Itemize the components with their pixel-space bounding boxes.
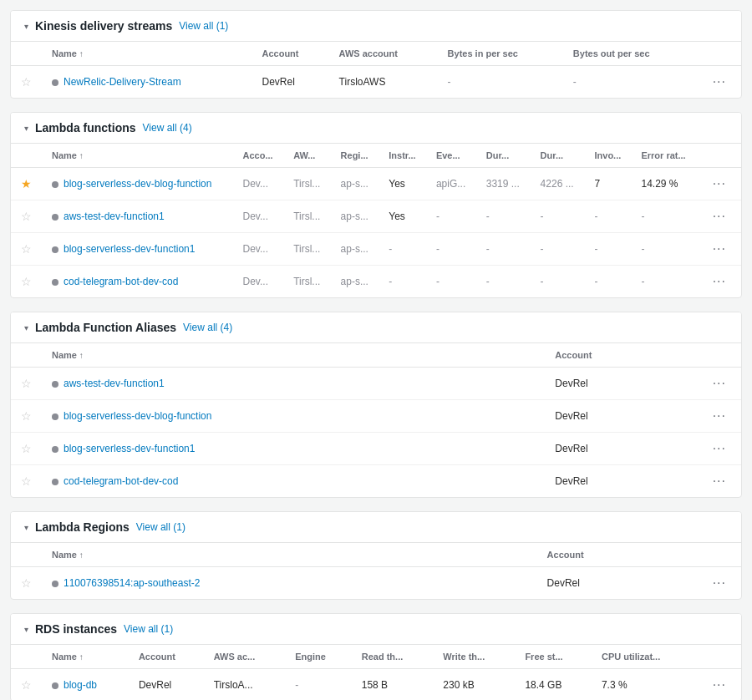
star-button[interactable]: ☆ <box>18 473 35 489</box>
aliases-col-actions <box>698 343 741 368</box>
row-actions-button[interactable]: ··· <box>708 374 731 393</box>
lambda-row-aws: Tirsl... <box>283 266 330 298</box>
kinesis-row-name: NewRelic-Delivery-Stream <box>42 66 252 99</box>
row-actions-button[interactable]: ··· <box>708 272 731 291</box>
rds-row-write: 230 kB <box>433 669 515 701</box>
lambda-row-instr: - <box>379 266 426 298</box>
lambda-row-dur2: - <box>531 233 585 266</box>
lambda-row-name: blog-serverless-dev-blog-function <box>42 168 233 200</box>
lambda-regions-title: Lambda Regions <box>35 520 130 534</box>
lambda-name-link[interactable]: blog-serverless-dev-blog-function <box>64 178 211 190</box>
rds-name-link[interactable]: blog-db <box>64 679 97 691</box>
lambda-name-link[interactable]: aws-test-dev-function1 <box>64 211 165 222</box>
lambda-regions-view-all[interactable]: View all (1) <box>136 521 185 533</box>
kinesis-row-bytes-in: - <box>438 66 563 99</box>
rds-col-write: Write th... <box>433 645 515 669</box>
rds-view-all[interactable]: View all (1) <box>124 623 173 635</box>
star-button[interactable]: ☆ <box>18 208 35 225</box>
lambda-aliases-table: Name Account ☆ aws-test-dev-function1 De… <box>11 343 741 497</box>
row-actions-button[interactable]: ··· <box>708 472 731 490</box>
lambda-row-region: ap-s... <box>331 233 379 266</box>
lambda-row-error: 14.29 % <box>631 168 697 200</box>
lambda-row-invoc: 7 <box>585 168 632 200</box>
lambda-chevron[interactable]: ▾ <box>24 124 28 133</box>
lambda-row-event: - <box>426 266 476 298</box>
kinesis-col-actions <box>698 42 741 66</box>
lambda-aliases-view-all[interactable]: View all (4) <box>183 322 232 333</box>
lambda-regions-chevron[interactable]: ▾ <box>24 523 28 532</box>
star-button[interactable]: ☆ <box>18 74 35 90</box>
lambda-row-invoc: - <box>585 233 632 266</box>
star-button[interactable]: ☆ <box>18 440 35 457</box>
kinesis-name-link[interactable]: NewRelic-Delivery-Stream <box>64 76 181 88</box>
aliases-row-account: DevRel <box>545 400 697 433</box>
row-actions-button[interactable]: ··· <box>708 574 731 592</box>
kinesis-col-name[interactable]: Name <box>42 42 252 66</box>
aliases-row-account: DevRel <box>545 465 697 498</box>
row-actions-button[interactable]: ··· <box>708 407 731 425</box>
lambda-row-name: blog-serverless-dev-function1 <box>42 233 233 266</box>
lambda-row-aws: Tirsl... <box>283 168 330 200</box>
rds-title: RDS instances <box>35 622 117 636</box>
table-row: ☆ cod-telegram-bot-dev-cod DevRel ··· <box>11 465 741 498</box>
rds-row-aws: TirsloA... <box>204 669 286 701</box>
lambda-title: Lambda functions <box>35 121 136 134</box>
alias-name-link[interactable]: cod-telegram-bot-dev-cod <box>64 475 178 487</box>
row-actions-button[interactable]: ··· <box>708 439 731 458</box>
regions-row-account: DevRel <box>537 567 698 600</box>
kinesis-row-aws: TirsloAWS <box>329 66 438 99</box>
lambda-regions-header: ▾ Lambda Regions View all (1) <box>11 512 741 543</box>
rds-row-cpu: 7.3 % <box>592 669 698 701</box>
lambda-aliases-chevron[interactable]: ▾ <box>24 323 28 332</box>
alias-name-link[interactable]: blog-serverless-dev-blog-function <box>64 410 211 422</box>
table-row: ☆ 110076398514:ap-southeast-2 DevRel ··· <box>11 567 741 600</box>
rds-col-name[interactable]: Name <box>42 645 129 669</box>
alias-name-link[interactable]: blog-serverless-dev-function1 <box>64 443 195 454</box>
page: ▾ Kinesis delivery streams View all (1) … <box>0 0 752 700</box>
star-button[interactable]: ☆ <box>18 375 35 392</box>
lambda-name-link[interactable]: cod-telegram-bot-dev-cod <box>64 276 178 287</box>
star-button[interactable]: ☆ <box>18 241 35 257</box>
aliases-row-name: aws-test-dev-function1 <box>42 368 545 400</box>
star-button[interactable]: ☆ <box>18 273 35 290</box>
kinesis-view-all[interactable]: View all (1) <box>179 20 228 32</box>
star-button[interactable]: ☆ <box>18 575 35 591</box>
row-actions-button[interactable]: ··· <box>708 240 731 258</box>
aliases-col-name[interactable]: Name <box>42 343 545 368</box>
lambda-view-all[interactable]: View all (4) <box>143 122 192 134</box>
lambda-row-account: Dev... <box>233 266 284 298</box>
kinesis-row-account: DevRel <box>252 66 328 99</box>
row-actions-button[interactable]: ··· <box>708 175 731 193</box>
lambda-row-event: - <box>426 200 476 233</box>
kinesis-col-bytes-out: Bytes out per sec <box>563 42 698 66</box>
lambda-row-account: Dev... <box>233 168 284 200</box>
lambda-row-dur2: - <box>531 200 585 233</box>
star-button[interactable]: ☆ <box>18 677 35 693</box>
lambda-row-error: - <box>631 233 697 266</box>
lambda-col-name[interactable]: Name <box>42 144 233 168</box>
kinesis-col-bytes-in: Bytes in per sec <box>438 42 563 66</box>
star-button[interactable]: ★ <box>18 175 35 192</box>
row-actions-button[interactable]: ··· <box>708 73 731 91</box>
region-name-link[interactable]: 110076398514:ap-southeast-2 <box>64 577 200 589</box>
lambda-row-region: ap-s... <box>331 168 379 200</box>
rds-chevron[interactable]: ▾ <box>24 625 28 634</box>
lambda-col-star <box>11 144 42 168</box>
lambda-col-instr: Instr... <box>379 144 426 168</box>
row-actions-button[interactable]: ··· <box>708 676 731 694</box>
lambda-regions-table: Name Account ☆ 110076398514:ap-southeast… <box>11 543 741 599</box>
aliases-row-account: DevRel <box>545 368 697 400</box>
lambda-section: ▾ Lambda functions View all (4) Name Acc… <box>10 112 742 298</box>
lambda-row-dur1: 3319 ... <box>476 168 531 200</box>
lambda-row-name: aws-test-dev-function1 <box>42 200 233 233</box>
row-actions-button[interactable]: ··· <box>708 207 731 226</box>
kinesis-chevron[interactable]: ▾ <box>24 22 28 31</box>
rds-row-account: DevRel <box>129 669 204 701</box>
lambda-name-link[interactable]: blog-serverless-dev-function1 <box>64 243 195 255</box>
regions-col-name[interactable]: Name <box>42 543 537 567</box>
lambda-row-invoc: - <box>585 200 632 233</box>
rds-col-aws: AWS ac... <box>204 645 286 669</box>
alias-name-link[interactable]: aws-test-dev-function1 <box>64 378 165 389</box>
star-button[interactable]: ☆ <box>18 408 35 424</box>
lambda-row-account: Dev... <box>233 233 284 266</box>
